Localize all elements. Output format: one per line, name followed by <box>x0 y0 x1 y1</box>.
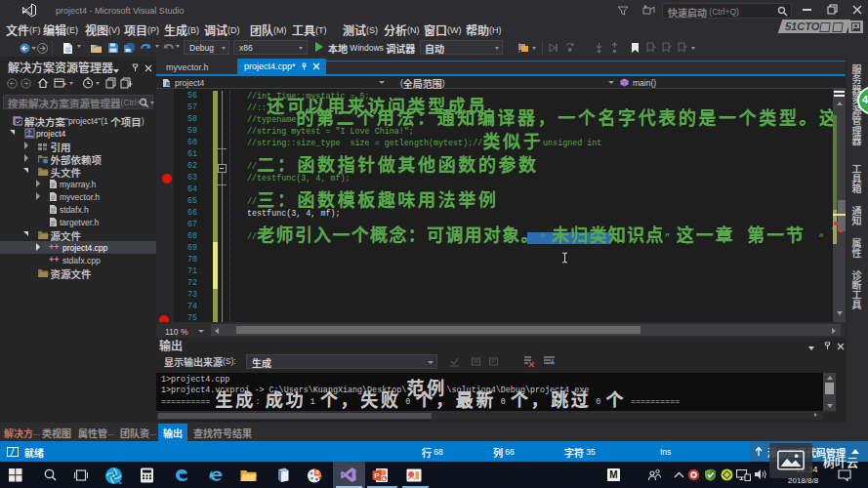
svg-text:P: P <box>374 471 379 480</box>
